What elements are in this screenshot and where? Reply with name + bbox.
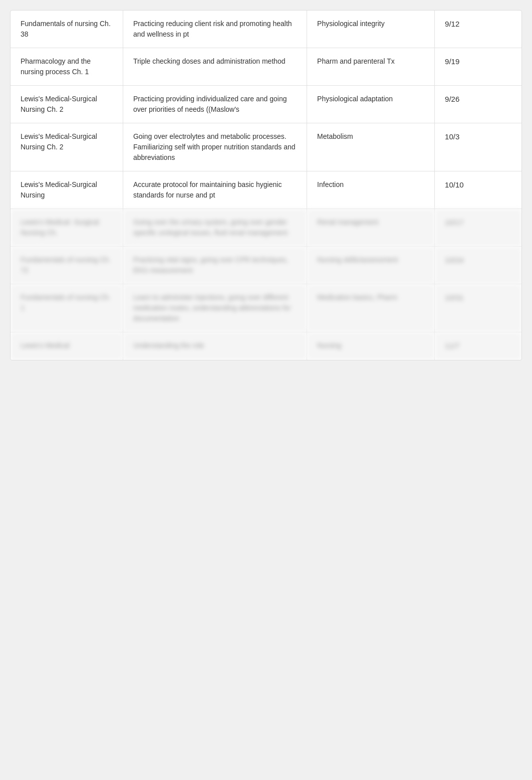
table-row: Lewis's Medical- Surgical Nursing Ch.Goi… — [11, 209, 521, 247]
table-row: Lewis's Medical-Surgical NursingAccurate… — [11, 171, 521, 209]
cell-row5-col3: Renal management — [307, 209, 435, 247]
table-row: Pharmacology and the nursing process Ch.… — [11, 48, 521, 86]
cell-row0-col2: Practicing reducing client risk and prom… — [123, 11, 307, 48]
cell-row6-col4: 10/24 — [435, 247, 521, 284]
cell-row1-col4: 9/19 — [435, 48, 521, 86]
cell-row4-col2: Accurate protocol for maintaining basic … — [123, 171, 307, 209]
cell-row3-col1: Lewis's Medical-Surgical Nursing Ch. 2 — [11, 123, 123, 171]
cell-row2-col2: Practicing providing individualized care… — [123, 86, 307, 123]
cell-row7-col3: Medication basics, Pharm — [307, 284, 435, 332]
table-row: Fundamentals of nursing Ch. 1Learn to ad… — [11, 284, 521, 332]
cell-row5-col1: Lewis's Medical- Surgical Nursing Ch. — [11, 209, 123, 247]
table-row: Fundamentals of nursing Ch. 72Practicing… — [11, 247, 521, 284]
cell-row2-col4: 9/26 — [435, 86, 521, 123]
cell-row8-col4: 11/7 — [435, 332, 521, 360]
cell-row8-col1: Lewis's Medical — [11, 332, 123, 360]
cell-row5-col4: 10/17 — [435, 209, 521, 247]
cell-row4-col4: 10/10 — [435, 171, 521, 209]
cell-row2-col1: Lewis's Medical-Surgical Nursing Ch. 2 — [11, 86, 123, 123]
schedule-table: Fundamentals of nursing Ch. 38Practicing… — [10, 10, 522, 360]
cell-row1-col1: Pharmacology and the nursing process Ch.… — [11, 48, 123, 86]
cell-row5-col2: Going over the urinary system, going ove… — [123, 209, 307, 247]
table-row: Fundamentals of nursing Ch. 38Practicing… — [11, 11, 521, 48]
cell-row4-col3: Infection — [307, 171, 435, 209]
cell-row0-col3: Physiological integrity — [307, 11, 435, 48]
cell-row3-col4: 10/3 — [435, 123, 521, 171]
cell-row7-col4: 10/31 — [435, 284, 521, 332]
cell-row6-col1: Fundamentals of nursing Ch. 72 — [11, 247, 123, 284]
cell-row8-col2: Understanding the role — [123, 332, 307, 360]
table-row: Lewis's Medical-Surgical Nursing Ch. 2Pr… — [11, 86, 521, 123]
cell-row0-col1: Fundamentals of nursing Ch. 38 — [11, 11, 123, 48]
cell-row6-col3: Nursing skills/assessment — [307, 247, 435, 284]
cell-row7-col1: Fundamentals of nursing Ch. 1 — [11, 284, 123, 332]
cell-row0-col4: 9/12 — [435, 11, 521, 48]
cell-row6-col2: Practicing vital signs, going over CPR t… — [123, 247, 307, 284]
cell-row2-col3: Physiological adaptation — [307, 86, 435, 123]
cell-row1-col3: Pharm and parenteral Tx — [307, 48, 435, 86]
cell-row4-col1: Lewis's Medical-Surgical Nursing — [11, 171, 123, 209]
table-row: Lewis's MedicalUnderstanding the roleNur… — [11, 332, 521, 360]
cell-row8-col3: Nursing — [307, 332, 435, 360]
table-row: Lewis's Medical-Surgical Nursing Ch. 2Go… — [11, 123, 521, 171]
cell-row7-col2: Learn to administer injections, going ov… — [123, 284, 307, 332]
cell-row3-col3: Metabolism — [307, 123, 435, 171]
cell-row3-col2: Going over electrolytes and metabolic pr… — [123, 123, 307, 171]
cell-row1-col2: Triple checking doses and administration… — [123, 48, 307, 86]
